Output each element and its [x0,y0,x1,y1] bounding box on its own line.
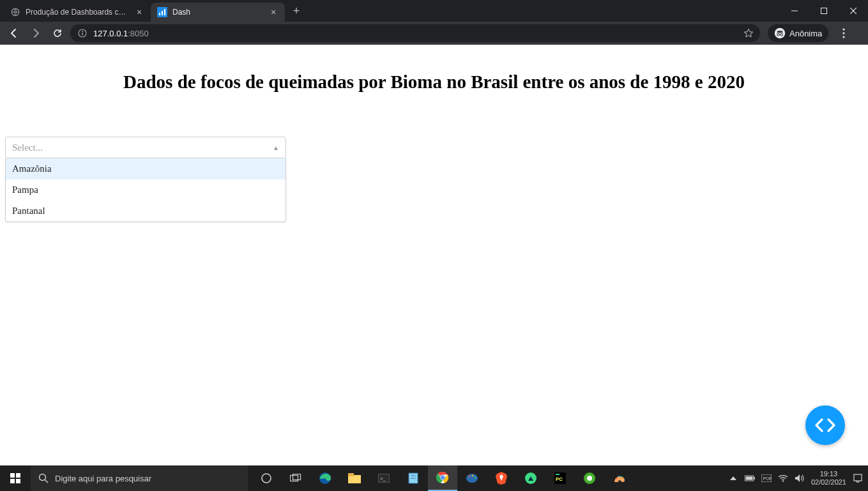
pycharm-icon[interactable]: PC [545,465,575,491]
dash-icon [157,7,167,17]
svg-rect-30 [348,473,354,476]
svg-text:>_: >_ [380,476,386,481]
close-window-button[interactable] [839,0,868,22]
svg-point-40 [441,476,445,480]
svg-point-42 [469,476,471,478]
page-content: Dados de focos de queimadas por Bioma no… [0,72,868,491]
volume-icon[interactable] [795,473,805,483]
svg-rect-11 [82,33,82,36]
svg-rect-21 [10,479,15,483]
tab-2-title: Dash [172,8,264,17]
system-tray: POR 19:13 02/02/2021 [723,470,868,486]
svg-rect-20 [16,473,20,478]
close-icon[interactable]: × [134,7,144,17]
android-studio-icon[interactable] [516,465,545,491]
svg-text:POR: POR [763,476,772,481]
dash-devtools-button[interactable] [805,405,845,445]
toolbar: 127.0.0.1:8050 Anônima [0,22,868,45]
paint3d-icon[interactable] [604,465,634,491]
svg-rect-4 [164,9,165,15]
dropdown-option-pantanal[interactable]: Pantanal [6,200,286,222]
new-tab-button[interactable]: + [287,2,305,20]
svg-point-18 [843,36,845,38]
bioma-dropdown: ▲ Amazônia Pampa Pantanal [5,137,286,222]
address-bar[interactable]: 127.0.0.1:8050 [70,24,760,42]
browser-menu-button[interactable] [835,24,853,42]
wifi-icon[interactable] [778,473,788,483]
maximize-button[interactable] [809,0,839,22]
svg-point-16 [843,28,845,30]
taskbar-clock[interactable]: 19:13 02/02/2021 [811,470,846,486]
task-icons: >_ PC [252,465,634,491]
tab-1[interactable]: Produção de Dashboards com Pl × [4,3,151,22]
forward-button[interactable] [27,24,45,42]
terminal-icon[interactable]: >_ [369,465,399,491]
svg-text:PC: PC [556,476,563,482]
taskbar-time: 19:13 [811,470,846,478]
tab-strip: Produção de Dashboards com Pl × Dash × + [0,0,868,22]
url-host: 127.0.0.1 [93,29,128,38]
task-view-icon[interactable] [281,465,310,491]
svg-point-50 [587,476,592,481]
battery-icon[interactable] [745,473,755,483]
language-icon[interactable]: POR [761,473,772,483]
tab-2[interactable]: Dash × [151,3,285,22]
incognito-icon [774,27,786,39]
anaconda-icon[interactable] [575,465,604,491]
taskbar-date: 02/02/2021 [811,478,846,487]
chevron-up-icon[interactable]: ▲ [273,144,279,151]
page-title: Dados de focos de queimadas por Bioma no… [0,72,868,93]
svg-rect-27 [293,474,301,480]
svg-point-23 [40,474,46,481]
svg-rect-26 [291,476,298,481]
svg-point-12 [775,28,786,39]
search-icon [38,473,49,483]
notepad-icon[interactable] [399,465,428,491]
svg-rect-56 [746,476,753,480]
svg-rect-19 [10,473,15,478]
svg-point-43 [472,475,474,477]
dropdown-menu: Amazônia Pampa Pantanal [5,158,286,222]
dropdown-option-amazonia[interactable]: Amazônia [6,158,286,179]
svg-point-44 [475,477,476,479]
svg-rect-22 [16,479,20,483]
site-info-icon[interactable] [77,27,88,39]
taskbar: Digite aqui para pesquisar >_ PC POR 19:… [0,465,868,491]
taskbar-search-placeholder: Digite aqui para pesquisar [55,474,151,483]
svg-rect-6 [821,8,827,14]
svg-point-41 [466,474,478,483]
svg-point-10 [82,31,83,32]
url-port: :8050 [128,29,149,38]
svg-rect-60 [854,474,862,481]
paint-icon[interactable] [457,465,487,491]
svg-point-53 [621,476,622,478]
taskbar-search[interactable]: Digite aqui para pesquisar [31,465,248,491]
close-icon[interactable]: × [268,7,278,17]
svg-rect-55 [754,477,755,480]
notifications-icon[interactable] [853,473,863,483]
minimize-button[interactable] [780,0,809,22]
back-button[interactable] [5,24,23,42]
tray-chevron-up-icon[interactable] [728,473,738,483]
globe-icon [10,7,20,17]
edge-icon[interactable] [310,465,340,491]
browser-chrome: Produção de Dashboards com Pl × Dash × + [0,0,868,45]
svg-point-25 [262,474,271,483]
dropdown-option-pampa[interactable]: Pampa [6,179,286,200]
start-button[interactable] [0,465,31,491]
bookmark-star-icon[interactable] [743,28,754,38]
brave-icon[interactable] [487,465,516,491]
svg-rect-47 [556,474,560,475]
cortana-icon[interactable] [252,465,281,491]
svg-rect-3 [162,11,163,15]
incognito-badge[interactable]: Anônima [768,24,828,42]
reload-button[interactable] [49,24,66,42]
svg-point-52 [618,476,620,477]
svg-rect-2 [159,13,160,15]
tab-1-title: Produção de Dashboards com Pl [26,8,130,17]
dropdown-control[interactable]: ▲ [5,137,286,158]
dropdown-input[interactable] [12,142,273,153]
file-explorer-icon[interactable] [340,465,369,491]
svg-point-17 [843,32,845,34]
chrome-icon[interactable] [428,465,457,491]
